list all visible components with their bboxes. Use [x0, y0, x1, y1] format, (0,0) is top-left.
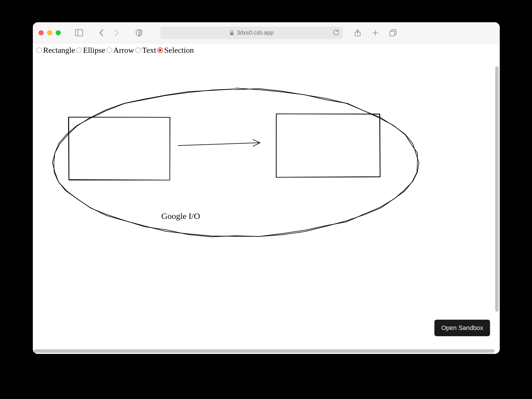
canvas-ellipse[interactable]: [53, 88, 419, 237]
tool-ellipse[interactable]: Ellipse: [76, 46, 105, 55]
window-controls: [39, 30, 61, 35]
radio-icon: [106, 47, 112, 53]
browser-titlebar: 3dxs0.csb.app: [33, 22, 500, 43]
tool-selection[interactable]: Selection: [157, 46, 194, 55]
radio-icon: [135, 47, 141, 53]
browser-window: 3dxs0.csb.app: [33, 22, 500, 354]
open-sandbox-button[interactable]: Open Sandbox: [434, 320, 490, 336]
lock-icon: [229, 30, 234, 35]
share-icon[interactable]: [352, 27, 363, 39]
url-bar[interactable]: 3dxs0.csb.app: [160, 27, 343, 39]
drawing-canvas[interactable]: Google I/O: [33, 57, 500, 354]
minimize-window-button[interactable]: [47, 30, 52, 35]
tool-label: Ellipse: [83, 46, 105, 55]
canvas-rectangle[interactable]: [276, 114, 380, 177]
shapes-layer: [33, 57, 489, 342]
url-text: 3dxs0.csb.app: [237, 29, 274, 36]
tool-label: Rectangle: [43, 46, 75, 55]
tool-rectangle[interactable]: Rectangle: [36, 46, 75, 55]
svg-rect-7: [390, 31, 395, 36]
canvas-rectangle[interactable]: [68, 117, 170, 180]
svg-rect-2: [230, 33, 233, 35]
titlebar-right-icons: [352, 27, 399, 39]
radio-icon: [157, 47, 163, 53]
refresh-icon[interactable]: [333, 30, 339, 36]
privacy-shield-icon[interactable]: [133, 27, 145, 39]
sidebar-toggle-icon[interactable]: [73, 27, 85, 39]
tool-arrow[interactable]: Arrow: [106, 46, 134, 55]
tabs-overview-icon[interactable]: [387, 27, 399, 39]
svg-rect-0: [75, 30, 83, 36]
tool-label: Selection: [164, 46, 194, 55]
back-button-icon[interactable]: [96, 27, 107, 39]
maximize-window-button[interactable]: [56, 30, 61, 35]
shape-toolbar: Rectangle Ellipse Arrow Text Selection: [36, 46, 195, 55]
radio-icon: [36, 47, 42, 53]
tool-label: Text: [142, 46, 156, 55]
forward-button-icon[interactable]: [111, 27, 122, 39]
tool-text[interactable]: Text: [135, 46, 156, 55]
radio-icon: [76, 47, 82, 53]
new-tab-icon[interactable]: [370, 27, 381, 39]
horizontal-scrollbar[interactable]: [34, 349, 495, 353]
tool-label: Arrow: [113, 46, 134, 55]
open-sandbox-label: Open Sandbox: [441, 324, 483, 331]
vertical-scrollbar[interactable]: [495, 66, 499, 312]
page-content: Rectangle Ellipse Arrow Text Selection: [33, 43, 500, 354]
canvas-arrow[interactable]: [178, 140, 260, 146]
canvas-text[interactable]: Google I/O: [161, 211, 200, 221]
close-window-button[interactable]: [39, 30, 44, 35]
